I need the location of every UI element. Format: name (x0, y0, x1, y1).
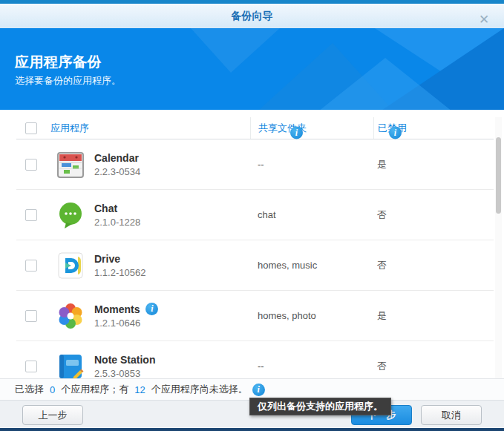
cancel-button[interactable]: 取消 (421, 405, 482, 425)
backup-wizard-dialog: 备份向导 ✕ 应用程序备份 选择要备份的应用程序。 应用程序 共享文件夹 已禁用 (0, 0, 504, 431)
shared-folder-value: homes, music (258, 260, 317, 271)
unselected-count: 12 (134, 384, 145, 395)
row-checkbox[interactable] (25, 260, 37, 272)
app-version: 1.1.2-10562 (94, 267, 145, 278)
disabled-value: 否 (377, 259, 387, 272)
shared-folder-value: homes, photo (258, 310, 316, 321)
shared-folder-info-icon[interactable] (290, 126, 303, 139)
app-name: Moments (94, 303, 140, 315)
dialog-titlebar[interactable]: 备份向导 ✕ (0, 4, 504, 28)
backup-support-tooltip: 仅列出备份支持的应用程序。 (249, 398, 391, 415)
app-version: 2.1.0-1228 (94, 217, 140, 228)
scrollbar-thumb[interactable] (496, 137, 501, 214)
drive-app-icon (56, 251, 85, 280)
disabled-value: 否 (377, 208, 387, 222)
table-header-row: 应用程序 共享文件夹 已禁用 (16, 117, 494, 139)
wizard-banner: 应用程序备份 选择要备份的应用程序。 (0, 28, 504, 110)
page-title: 应用程序备份 (15, 53, 102, 72)
row-checkbox[interactable] (25, 310, 37, 322)
dialog-title: 备份向导 (232, 10, 273, 23)
shared-folder-value: chat (258, 209, 276, 220)
previous-button[interactable]: 上一步 (22, 405, 83, 425)
app-version: 2.2.3-0534 (94, 166, 140, 177)
app-version: 1.2.1-0646 (94, 318, 158, 329)
window-bottom-border (0, 428, 504, 431)
banner-polygon (177, 28, 296, 73)
header-checkbox-cell (16, 122, 46, 134)
app-version: 2.5.3-0853 (94, 368, 155, 379)
table-row-calendar[interactable]: Calendar 2.2.3-0534 -- 是 (16, 139, 494, 190)
app-name: Note Station (94, 354, 155, 366)
row-checkbox[interactable] (25, 159, 37, 171)
table-row-moments[interactable]: Moments 1.2.1-0646 homes, photo 是 (16, 291, 494, 341)
row-checkbox[interactable] (25, 361, 37, 372)
chat-app-icon (56, 200, 85, 230)
selected-count: 0 (50, 384, 55, 395)
app-table: 应用程序 共享文件夹 已禁用 (16, 110, 494, 378)
column-header-application: 应用程序 (50, 122, 89, 134)
table-body: Calendar 2.2.3-0534 -- 是 (16, 139, 494, 378)
selection-status-bar: 已选择 0 个应用程序；有 12 个应用程序尚未选择。 (0, 378, 504, 400)
header-disabled-cell: 已禁用 (373, 117, 494, 139)
row-checkbox[interactable] (25, 209, 37, 221)
disabled-value: 是 (377, 158, 387, 171)
header-app-cell: 应用程序 (46, 121, 250, 135)
disabled-value: 是 (377, 309, 387, 323)
table-row-drive[interactable]: Drive 1.1.2-10562 homes, music 否 (16, 240, 494, 291)
status-prefix: 已选择 (15, 383, 44, 396)
table-row-note-station[interactable]: Note Station 2.5.3-0853 -- 否 (16, 341, 494, 378)
app-name: Chat (94, 203, 117, 214)
status-suffix: 个应用程序尚未选择。 (151, 383, 248, 396)
moments-app-icon (56, 301, 85, 331)
shared-folder-value: -- (258, 361, 264, 372)
moments-info-icon[interactable] (145, 303, 158, 315)
app-name: Calendar (94, 152, 139, 164)
disabled-info-icon[interactable] (389, 126, 402, 139)
disabled-value: 否 (377, 360, 387, 373)
shared-folder-value: -- (258, 159, 264, 170)
status-middle: 个应用程序；有 (61, 383, 128, 396)
app-name: Drive (94, 253, 120, 265)
status-info-icon[interactable] (252, 384, 265, 396)
header-shared-cell: 共享文件夹 (250, 117, 373, 139)
calendar-app-icon (56, 150, 85, 180)
close-icon[interactable]: ✕ (477, 13, 491, 27)
page-subtitle: 选择要备份的应用程序。 (15, 74, 121, 88)
note-station-app-icon (56, 352, 85, 379)
table-row-chat[interactable]: Chat 2.1.0-1228 chat 否 (16, 190, 494, 240)
select-all-checkbox[interactable] (25, 122, 37, 134)
